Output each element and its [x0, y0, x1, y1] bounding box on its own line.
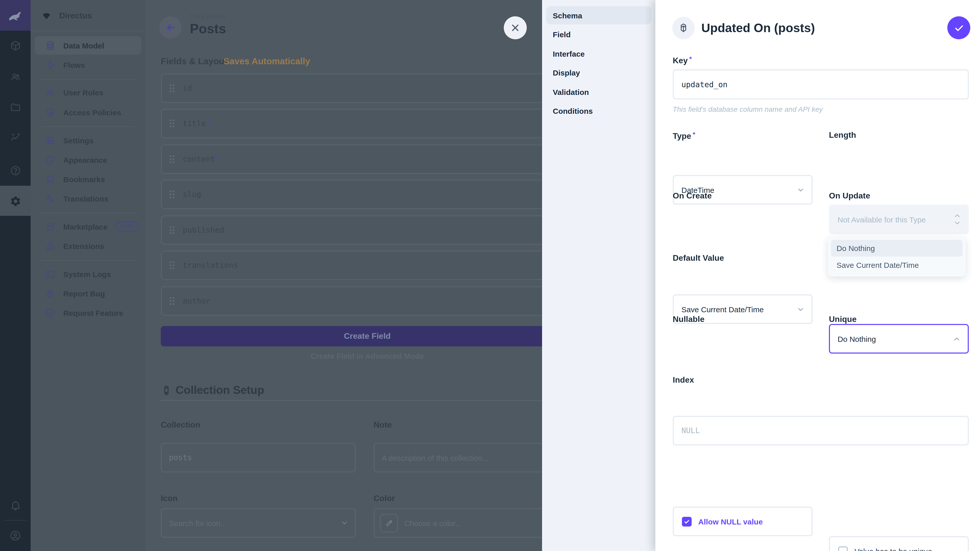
required-asterisk: *: [693, 130, 695, 138]
chevron-down-icon: [796, 305, 805, 313]
tab-schema[interactable]: Schema: [546, 6, 651, 24]
key-hint: This field's database column name and AP…: [673, 105, 823, 113]
key-label: Key*: [673, 55, 692, 65]
unique-checkbox-field[interactable]: Value has to be unique: [829, 536, 969, 551]
required-asterisk: *: [689, 55, 692, 63]
checkbox-checked-icon[interactable]: [682, 516, 692, 526]
field-box-icon: [672, 17, 695, 39]
length-label: Length: [829, 130, 856, 140]
nullable-checkbox-field[interactable]: Allow NULL value: [673, 507, 813, 536]
tab-field[interactable]: Field: [546, 25, 651, 43]
tab-interface[interactable]: Interface: [546, 44, 651, 63]
default-value-label: Default Value: [673, 254, 724, 263]
on-update-label: On Update: [829, 191, 870, 200]
on-update-select[interactable]: Do Nothing: [829, 324, 969, 354]
tab-validation[interactable]: Validation: [546, 83, 651, 101]
on-update-dropdown-menu: Do Nothing Save Current Date/Time: [828, 237, 966, 276]
checkbox-unchecked-icon[interactable]: [838, 546, 848, 551]
default-value-input[interactable]: NULL: [673, 416, 969, 445]
chevron-up-icon: [953, 334, 961, 343]
menu-item-save-current-datetime[interactable]: Save Current Date/Time: [831, 257, 963, 273]
field-detail-drawer: Updated On (posts) Key* updated_on This …: [655, 0, 980, 551]
save-button[interactable]: [947, 16, 970, 39]
tab-conditions[interactable]: Conditions: [546, 102, 651, 120]
length-input: Not Available for this Type: [829, 205, 969, 234]
nullable-label: Nullable: [673, 315, 704, 324]
index-label: Index: [673, 375, 694, 385]
on-create-label: On Create: [673, 191, 712, 200]
directus-app: Directus Data Model Flows User Roles Acc…: [0, 0, 980, 551]
type-label: Type*: [673, 130, 695, 141]
drawer-overlay[interactable]: [0, 0, 542, 551]
chevron-down-icon: [796, 186, 805, 194]
menu-item-do-nothing[interactable]: Do Nothing: [831, 240, 963, 257]
drawer-title: Updated On (posts): [701, 21, 815, 35]
close-drawer-button[interactable]: [504, 16, 527, 39]
unique-label: Unique: [829, 315, 856, 324]
stepper-icon: [953, 213, 961, 225]
tab-display[interactable]: Display: [546, 63, 651, 82]
key-input[interactable]: updated_on: [673, 69, 969, 100]
drawer-section-nav: Schema Field Interface Display Validatio…: [542, 0, 655, 551]
